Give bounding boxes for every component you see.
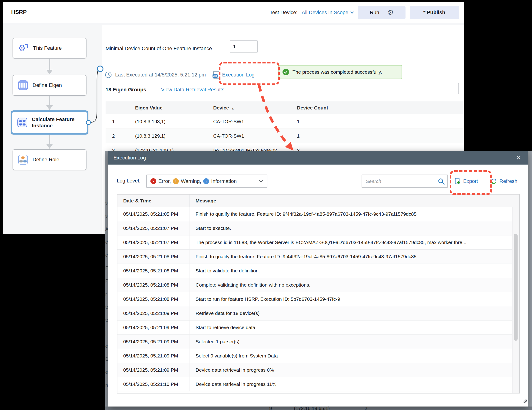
- log-level-information: Information: [211, 178, 237, 184]
- log-row[interactable]: 05/14/2025, 05:21:10 PMDevice data retri…: [117, 377, 513, 391]
- log-table: Date & Time Message 05/14/2025, 05:21:05…: [117, 194, 520, 393]
- view-data-retrieval-results-link[interactable]: View Data Retrieval Results: [161, 87, 224, 93]
- workflow-step-calculate-feature-instance[interactable]: Calculate Feature Instance: [11, 110, 88, 135]
- log-row[interactable]: 05/14/2025, 05:21:09 PMStart to retrieve…: [117, 320, 513, 335]
- success-check-icon: [282, 69, 289, 75]
- log-row[interactable]: 05/14/2025, 05:21:09 PMSelected 1 parser…: [117, 335, 513, 349]
- log-table-header: Date & Time Message: [117, 195, 519, 207]
- workflow-step-label: Calculate Feature Instance: [32, 116, 87, 129]
- log-row[interactable]: 05/14/2025, 05:21:05 PMFinish to qualify…: [117, 207, 513, 221]
- log-level-warning: Warning,: [181, 178, 201, 184]
- refresh-button[interactable]: Refresh: [491, 175, 517, 188]
- export-label: Export: [463, 178, 478, 184]
- col-device-count: Device Count: [293, 105, 463, 111]
- success-message-text: The process was completed successfully.: [293, 69, 382, 75]
- min-device-count-input[interactable]: [230, 40, 258, 53]
- scrollbar-thumb[interactable]: [514, 234, 518, 341]
- clipped-background-text: s s A e e P P| r te te | e D e n: [105, 151, 108, 392]
- clipped-row-index: 9: [269, 407, 272, 410]
- col-device-sortable[interactable]: Device▲: [209, 105, 293, 111]
- workflow-step-label: Define Eigen: [33, 82, 62, 89]
- col-date-time: Date & Time: [117, 195, 190, 207]
- log-row[interactable]: 05/14/2025, 05:21:09 PMSelect 0 variable…: [117, 349, 513, 363]
- flow-arrow-down: [46, 135, 53, 149]
- export-icon: [455, 178, 461, 185]
- divider: [105, 62, 463, 62]
- dimmed-background-left-sliver: s s A e e P P| r te te | e D e n: [105, 151, 108, 410]
- run-button-label: Run: [370, 9, 379, 16]
- close-icon[interactable]: ×: [513, 151, 524, 165]
- col-eigen-value: Eigen Value: [131, 105, 209, 111]
- log-row[interactable]: 05/14/2025, 05:21:08 PMComplete validati…: [117, 278, 513, 292]
- info-icon: i: [203, 178, 209, 184]
- header-toolbar: Test Device: All Devices in Scope Run ⚙ …: [270, 2, 459, 23]
- log-level-error: Error,: [158, 178, 171, 184]
- eigen-bars-icon: [18, 80, 28, 90]
- log-level-dropdown[interactable]: × Error, ! Warning, i Information: [146, 175, 267, 188]
- modal-title: Execution Log: [114, 155, 146, 161]
- feature-gear-icon: ⚙: [18, 43, 28, 53]
- execution-log-modal: Execution Log × Log Level: × Error, ! Wa…: [108, 151, 528, 407]
- test-device-label: Test Device:: [270, 9, 298, 16]
- log-row[interactable]: 05/14/2025, 05:21:08 PMStart to validate…: [117, 264, 513, 278]
- clipped-row-count: 2: [365, 407, 367, 410]
- chevron-down-icon: [350, 11, 354, 14]
- feature-instance-icon: [18, 118, 27, 127]
- clipped-edge-control[interactable]: [458, 83, 464, 94]
- log-row[interactable]: 05/14/2025, 05:21:08 PMStart to run for …: [117, 292, 513, 306]
- table-row[interactable]: 2 (10.8.3.129,1) CA-TOR-SW1 1: [105, 129, 463, 143]
- export-button[interactable]: Export: [455, 175, 478, 188]
- groups-row: 18 Eigen Groups View Data Retrieval Resu…: [105, 85, 224, 94]
- workflow-step-this-feature[interactable]: ⚙ This Feature: [13, 38, 86, 59]
- table-row[interactable]: 1 (10.8.3.193,1) CA-TOR-SW1 1: [105, 114, 463, 129]
- warning-icon: !: [173, 178, 179, 184]
- execution-log-link-label: Execution Log: [222, 72, 254, 78]
- log-level-label: Log Level:: [117, 178, 141, 184]
- test-device-dropdown[interactable]: All Devices in Scope: [302, 9, 354, 16]
- workflow-step-define-eigen[interactable]: Define Eigen: [13, 75, 86, 96]
- scrollbar-track[interactable]: [512, 207, 519, 393]
- run-button[interactable]: Run ⚙: [358, 6, 406, 19]
- log-row[interactable]: 05/14/2025, 05:21:08 PMFinish to qualify…: [117, 250, 513, 264]
- refresh-label: Refresh: [499, 178, 517, 184]
- execution-log-link[interactable]: LOG Execution Log: [213, 71, 254, 79]
- refresh-icon: [491, 178, 497, 185]
- flow-arrow-down: [46, 96, 53, 110]
- dimmed-background-bottom-strip: 9 (172.16.19.65,1) 2: [105, 407, 532, 410]
- role-disks-icon: [18, 155, 28, 165]
- page-title: HSRP: [11, 9, 27, 15]
- execution-status-row: Last Executed at 14/5/2025, 5:21:12 pm L…: [105, 68, 255, 81]
- success-message-box: The process was completed successfully.: [278, 65, 402, 79]
- eigen-table: Eigen Value Device▲ Device Count 1 (10.8…: [105, 101, 463, 158]
- eigen-table-header: Eigen Value Device▲ Device Count: [105, 101, 463, 114]
- workflow-step-label: Define Role: [33, 156, 59, 163]
- last-executed-text: Last Executed at 14/5/2025, 5:21:12 pm: [115, 72, 206, 78]
- workflow-panel: ⚙ This Feature Define Eigen Calculate Fe…: [3, 25, 102, 234]
- flow-arrow-down: [46, 59, 53, 75]
- modal-header[interactable]: Execution Log ×: [108, 151, 528, 165]
- error-icon: ×: [151, 178, 156, 184]
- col-message: Message: [190, 198, 519, 204]
- sort-asc-icon: ▲: [231, 107, 234, 110]
- publish-button[interactable]: * Publish: [410, 6, 459, 19]
- clock-icon: [105, 71, 112, 78]
- log-rows: 05/14/2025, 05:21:05 PMFinish to qualify…: [117, 207, 513, 393]
- log-file-icon: LOG: [213, 71, 219, 79]
- workflow-step-define-role[interactable]: Define Role: [13, 149, 86, 170]
- resize-handle[interactable]: [522, 398, 527, 403]
- log-row[interactable]: 05/14/2025, 05:21:07 PMStart to execute.: [117, 221, 513, 235]
- app-header: HSRP Test Device: All Devices in Scope R…: [3, 2, 464, 23]
- min-device-count-label: Minimal Device Count of One Feature Inst…: [105, 46, 212, 52]
- log-row[interactable]: 05/14/2025, 05:21:09 PMDevice data retri…: [117, 363, 513, 377]
- settings-gear-icon[interactable]: ⚙: [388, 9, 394, 16]
- log-row[interactable]: 05/14/2025, 05:21:09 PMRetrieve data for…: [117, 306, 513, 320]
- search-input[interactable]: [362, 175, 447, 187]
- eigen-groups-count: 18 Eigen Groups: [105, 87, 146, 93]
- workflow-step-label: This Feature: [33, 45, 62, 51]
- log-row[interactable]: 05/14/2025, 05:21:07 PMThe process id is…: [117, 235, 513, 250]
- dimmed-background-right-sliver: [528, 151, 532, 410]
- chevron-down-icon: [259, 180, 263, 183]
- publish-button-label: * Publish: [423, 9, 445, 16]
- page: { "colors": { "accent_blue": "#2f7fc1", …: [0, 0, 532, 410]
- search-icon[interactable]: [437, 178, 445, 185]
